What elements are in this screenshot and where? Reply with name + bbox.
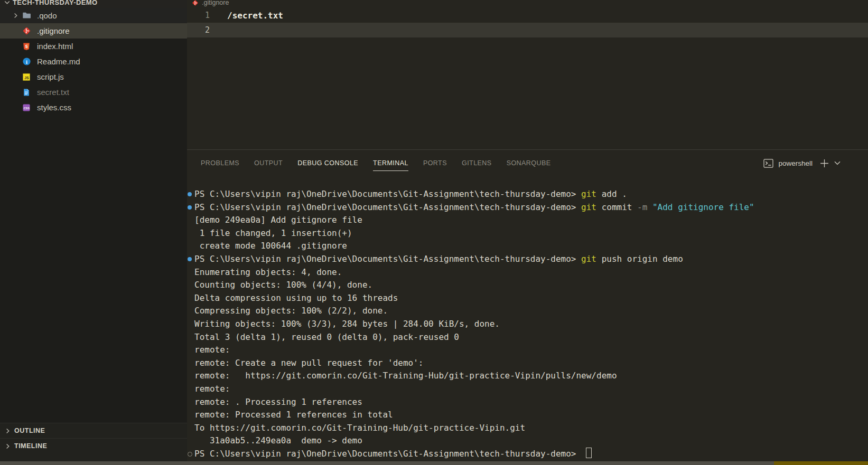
file-label: script.js bbox=[37, 72, 64, 81]
terminal-line: PS C:\Users\vipin raj\OneDrive\Documents… bbox=[187, 448, 868, 461]
terminal-text: remote: https://git.comorin.co/Git-Train… bbox=[194, 371, 617, 381]
terminal-text: remote: Processed 1 references in total bbox=[194, 410, 393, 420]
terminal-text: [demo 249ea0a] Add gitignore file bbox=[194, 215, 362, 225]
file-row-script-js[interactable]: JSscript.js bbox=[0, 69, 187, 84]
panel-tab-output[interactable]: OUTPUT bbox=[247, 150, 290, 176]
git-icon bbox=[22, 26, 33, 35]
svg-text:JS: JS bbox=[24, 75, 29, 79]
terminal-line: remote: https://git.comorin.co/Git-Train… bbox=[187, 369, 868, 383]
breadcrumb[interactable]: .gitignore bbox=[187, 0, 868, 8]
panel-actions: powershell bbox=[763, 158, 868, 168]
terminal-line: create mode 100644 .gitignore bbox=[187, 240, 868, 253]
terminal-text: git bbox=[581, 189, 596, 199]
file-row--gitignore[interactable]: .gitignore bbox=[0, 23, 187, 39]
bottom-panel: PROBLEMSOUTPUTDEBUG CONSOLETERMINALPORTS… bbox=[187, 149, 868, 461]
terminal-text: git bbox=[581, 254, 596, 264]
file-label: Readme.md bbox=[37, 57, 80, 66]
folder-icon bbox=[22, 11, 33, 20]
terminal-line: PS C:\Users\vipin raj\OneDrive\Documents… bbox=[187, 188, 868, 201]
terminal-line: remote: Create a new pull request for 'd… bbox=[187, 357, 868, 370]
section-header-outline[interactable]: OUTLINE bbox=[0, 423, 187, 438]
terminal-line: To https://git.comorin.co/Git-Training-H… bbox=[187, 422, 868, 435]
code-text: /secret.txt bbox=[227, 11, 283, 21]
panel-tab-debug-console[interactable]: DEBUG CONSOLE bbox=[290, 150, 366, 176]
terminal-text: "Add gitignore file" bbox=[647, 202, 754, 212]
terminal-text: remote: bbox=[194, 345, 230, 355]
panel-tabs: PROBLEMSOUTPUTDEBUG CONSOLETERMINALPORTS… bbox=[193, 150, 558, 176]
terminal-text: -m bbox=[637, 202, 647, 212]
terminal-text: PS C:\Users\vipin raj\OneDrive\Documents… bbox=[194, 202, 581, 212]
terminal-cursor bbox=[586, 448, 592, 458]
explorer-root-header[interactable]: TECH-THURSDAY-DEMO bbox=[0, 0, 187, 8]
chevron-right-icon bbox=[12, 12, 22, 20]
code-line[interactable]: 2 bbox=[187, 23, 868, 37]
svg-text:i: i bbox=[26, 59, 27, 65]
file-row-index-html[interactable]: 5index.html bbox=[0, 39, 187, 54]
terminal-line: Enumerating objects: 4, done. bbox=[187, 266, 868, 279]
terminal-text: remote: bbox=[194, 384, 230, 394]
terminal-text: commit bbox=[596, 202, 637, 212]
code-editor[interactable]: 1/secret.txt2 bbox=[187, 8, 868, 37]
new-terminal-button[interactable] bbox=[819, 158, 829, 168]
terminal-text: remote: Create a new pull request for 'd… bbox=[194, 358, 423, 368]
terminal-line: remote: Processed 1 references in total bbox=[187, 409, 868, 422]
section-label: OUTLINE bbox=[14, 427, 45, 434]
terminal-text: git bbox=[581, 202, 596, 212]
terminal-dropdown-chevron-icon[interactable] bbox=[834, 161, 841, 165]
command-success-dot-icon bbox=[188, 257, 192, 261]
file-label: .qodo bbox=[37, 11, 57, 20]
svg-text:5: 5 bbox=[25, 43, 28, 49]
file-label: secret.txt bbox=[37, 88, 69, 97]
terminal-text: PS C:\Users\vipin raj\OneDrive\Documents… bbox=[194, 189, 581, 199]
terminal-text: Counting objects: 100% (4/4), done. bbox=[194, 280, 372, 290]
explorer-root-label: TECH-THURSDAY-DEMO bbox=[13, 0, 98, 6]
terminal-text: 31a0ab5..249ea0a demo -> demo bbox=[194, 435, 362, 445]
terminal-output[interactable]: PS C:\Users\vipin raj\OneDrive\Documents… bbox=[187, 176, 868, 461]
panel-tab-sonarqube[interactable]: SONARQUBE bbox=[499, 150, 558, 176]
code-line[interactable]: 1/secret.txt bbox=[187, 8, 868, 23]
panel-tab-ports[interactable]: PORTS bbox=[416, 150, 454, 176]
panel-header: PROBLEMSOUTPUTDEBUG CONSOLETERMINALPORTS… bbox=[187, 150, 868, 176]
terminal-line: Writing objects: 100% (3/3), 284 bytes |… bbox=[187, 318, 868, 331]
file-row-secret-txt[interactable]: secret.txt bbox=[0, 84, 187, 100]
terminal-line: 31a0ab5..249ea0a demo -> demo bbox=[187, 434, 868, 448]
section-header-timeline[interactable]: TIMELINE bbox=[0, 438, 187, 453]
terminal-line: Counting objects: 100% (4/4), done. bbox=[187, 279, 868, 292]
file-row-styles-css[interactable]: CSSstyles.css bbox=[0, 100, 187, 115]
breadcrumb-file-label: .gitignore bbox=[202, 0, 229, 6]
command-pending-circle-icon bbox=[188, 452, 192, 457]
file-label: styles.css bbox=[37, 103, 71, 112]
panel-tab-gitlens[interactable]: GITLENS bbox=[454, 150, 499, 176]
info-icon: i bbox=[22, 57, 33, 66]
git-icon bbox=[192, 0, 199, 6]
terminal-text: Writing objects: 100% (3/3), 284 bytes |… bbox=[194, 319, 500, 329]
terminal-text: add . bbox=[596, 189, 627, 199]
file-row-readme-md[interactable]: iReadme.md bbox=[0, 54, 187, 69]
terminal-text: create mode 100644 .gitignore bbox=[194, 241, 347, 251]
explorer-sidebar: TECH-THURSDAY-DEMO .qodo.gitignore5index… bbox=[0, 0, 187, 461]
terminal-text: 1 file changed, 1 insertion(+) bbox=[194, 228, 352, 238]
terminal-text: Delta compression using up to 16 threads bbox=[194, 293, 398, 303]
bottom-edge-accent bbox=[774, 461, 868, 465]
terminal-text: Enumerating objects: 4, done. bbox=[194, 267, 342, 277]
file-label: .gitignore bbox=[37, 26, 70, 35]
command-success-dot-icon bbox=[188, 205, 192, 210]
text-file-icon bbox=[22, 88, 33, 97]
vscode-window: TECH-THURSDAY-DEMO .qodo.gitignore5index… bbox=[0, 0, 868, 465]
command-success-dot-icon bbox=[188, 192, 192, 196]
line-number: 1 bbox=[187, 11, 210, 20]
shell-selector[interactable]: powershell bbox=[778, 159, 813, 167]
file-row--qodo[interactable]: .qodo bbox=[0, 8, 187, 23]
terminal-line: Total 3 (delta 1), reused 0 (delta 0), p… bbox=[187, 331, 868, 344]
terminal-text: To https://git.comorin.co/Git-Training-H… bbox=[194, 423, 525, 433]
panel-tab-problems[interactable]: PROBLEMS bbox=[193, 150, 247, 176]
terminal-text: push origin demo bbox=[596, 254, 683, 264]
section-label: TIMELINE bbox=[14, 442, 47, 450]
panel-tab-terminal[interactable]: TERMINAL bbox=[366, 150, 416, 176]
css-icon: CSS bbox=[22, 103, 33, 112]
sidebar-sections: OUTLINETIMELINE bbox=[0, 423, 187, 453]
terminal-text: Compressing objects: 100% (2/2), done. bbox=[194, 306, 388, 316]
terminal-line: remote: bbox=[187, 344, 868, 357]
file-tree: .qodo.gitignore5index.htmliReadme.mdJSsc… bbox=[0, 8, 187, 428]
terminal-line: [demo 249ea0a] Add gitignore file bbox=[187, 214, 868, 227]
